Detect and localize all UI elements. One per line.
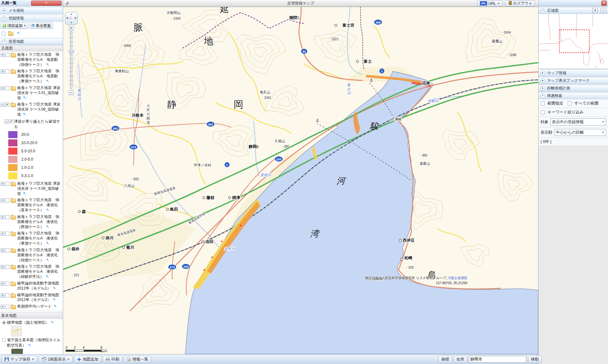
tree-expander-icon[interactable]: − — [4, 119, 9, 124]
zoom-to-layer-icon[interactable]: ↖ — [51, 297, 56, 302]
save-map-button[interactable]: マップ保存 ▼ — [2, 356, 37, 363]
legend-tree-item[interactable]: +確率論的地震動予測地図2012年（モデル2） ↖ — [1, 293, 62, 303]
layer-checkbox[interactable] — [5, 265, 10, 269]
layer-checkbox[interactable] — [5, 53, 10, 57]
zoom-slider-track[interactable] — [70, 31, 72, 89]
legend-sublayer[interactable]: −✓津波が乗り越えたら破堤する — [4, 119, 62, 130]
root-checkbox[interactable] — [2, 32, 6, 36]
basemap-option[interactable]: 電子国土基本図（地理院タイル 航空写真） ↖ — [2, 337, 63, 348]
zoom-to-layer-icon[interactable]: ↖ — [21, 191, 26, 196]
url-button[interactable]: URL URL ▼ — [477, 0, 502, 6]
legend-tree-item[interactable]: −✓南海トラフ巨大地震 津波浸水深 ケース06_堤防破堤 ↖ — [1, 102, 62, 117]
section-map-info[interactable]: マップ情報 — [539, 69, 608, 76]
tree-expander-icon[interactable]: + — [1, 305, 5, 309]
legend-tree-item[interactable]: +南海トラフ巨大地震 強震断層モデルA 液状化（西側ケース） ↖ — [1, 214, 62, 229]
legend-tree-item[interactable]: +南海トラフ巨大地震 強震断層モデルA 地震動（陸側ケース） ↖ — [1, 52, 62, 67]
layer-checkbox[interactable] — [5, 215, 10, 219]
attribution-link[interactable]: ©国土地理院 — [448, 276, 467, 280]
zoom-to-layer-icon[interactable]: ↖ — [44, 208, 49, 212]
layer-checkbox[interactable] — [5, 305, 10, 309]
legend-tree-item[interactable]: +長期間平均ハザード ↖ — [1, 304, 62, 309]
close-icon[interactable]: ✕ — [601, 1, 607, 6]
add-item-button[interactable]: + 項目追加 ▼ — [1, 22, 28, 29]
section-simple-search[interactable]: 簡易検索 — [539, 92, 608, 99]
layer-checkbox[interactable] — [5, 182, 10, 186]
layer-checkbox[interactable] — [5, 248, 10, 252]
zoom-to-layer-icon[interactable]: ↖ — [16, 31, 20, 35]
zoom-to-layer-icon[interactable]: ↖ — [44, 241, 49, 246]
zoom-to-layer-icon[interactable]: ↖ — [21, 96, 26, 100]
layer-checkbox[interactable] — [5, 86, 10, 90]
map-viewport[interactable]: 南部富士宮富士沼津静岡藤枝焼津島田掛川菊川袋井森吉田西伊豆松崎川根本大無間山蕎麦… — [63, 7, 538, 354]
add-map-button[interactable]: 地図追加 — [74, 356, 101, 363]
zoom-to-layer-icon[interactable]: ↖ — [44, 62, 49, 67]
tree-expander-icon[interactable]: + — [1, 282, 5, 286]
zoom-to-layer-icon[interactable]: ↖ — [44, 225, 49, 229]
overview-zoom-in-button[interactable]: + — [592, 8, 598, 13]
zoom-slider-handle[interactable] — [69, 50, 74, 53]
move-button[interactable]: 移動 — [528, 356, 542, 363]
tree-expander-icon[interactable]: + — [1, 215, 5, 219]
topo-map[interactable]: 南部富士宮富士沼津静岡藤枝焼津島田掛川菊川袋井森吉田西伊豆松崎川根本大無間山蕎麦… — [63, 7, 538, 354]
sublayer-checkbox[interactable]: ✓ — [9, 119, 13, 124]
layer-checkbox[interactable] — [5, 282, 10, 286]
close-icon[interactable]: ✕ — [31, 1, 62, 6]
legend-tree-item[interactable]: +確率論的地震動予測地図2012年（モデル1） ↖ — [1, 281, 62, 291]
tree-expander-icon[interactable]: + — [1, 86, 5, 90]
print-button[interactable]: 印刷 — [103, 356, 122, 363]
legend-tree-item[interactable]: +南海トラフ巨大地震 津波浸水深 ケース01_堤防破堤 ↖ — [1, 86, 62, 100]
tree-expander-icon[interactable]: + — [1, 198, 5, 202]
legend-tree-item[interactable]: +南海トラフ巨大地震 強震断層モデルA 液状化（陸側ケース） ↖ — [1, 248, 62, 263]
legend-tree-item[interactable]: +南海トラフ巨大地震 強震断層モデルA 地震動（東側ケース） ↖ — [1, 69, 62, 84]
zoom-to-layer-icon[interactable]: ↖ — [21, 112, 26, 117]
tree-expander-icon[interactable]: + — [1, 248, 5, 252]
range-checkbox[interactable] — [541, 101, 545, 105]
refresh-display-button[interactable]: ⟳ 表示更新 — [29, 22, 53, 29]
layer-checkbox[interactable] — [5, 198, 10, 202]
two-screen-button[interactable]: ★ 2画面表示 ▼ — [39, 356, 73, 363]
zoom-to-layer-icon[interactable]: ↖ — [44, 274, 49, 279]
map-zoom-control[interactable]: ▲ ◀ ▶ ▼ ⌂ + − — [65, 12, 79, 95]
section-measure[interactable]: 距離面積計測 — [539, 85, 608, 92]
tree-expander-icon[interactable]: + — [1, 182, 5, 186]
zoom-to-layer-icon[interactable]: ↖ — [49, 320, 54, 325]
zoom-in-button[interactable]: + — [69, 26, 74, 31]
tree-expander-icon[interactable]: + — [1, 265, 5, 269]
pan-right-icon[interactable]: ▶ — [75, 16, 77, 19]
address-input[interactable] — [469, 356, 526, 363]
basemap-option[interactable]: 標準地図（国土地理院） ↖ — [2, 320, 63, 325]
coords-button[interactable]: 座標 — [438, 356, 452, 363]
tree-expander-icon[interactable]: + — [1, 53, 5, 57]
legend-tree-item[interactable]: +南海トラフ巨大地震 強震断層モデルA 液状化（経験的手法） ↖ — [1, 264, 62, 279]
keyword-checkbox[interactable] — [541, 110, 545, 114]
all-range-checkbox[interactable] — [568, 101, 572, 105]
tree-expander-icon[interactable]: − — [1, 103, 5, 107]
zoom-to-layer-icon[interactable]: ↖ — [44, 258, 49, 262]
zoom-to-layer-icon[interactable]: ↖ — [44, 79, 49, 83]
logout-button[interactable]: ログアウト — [505, 0, 535, 6]
pan-left-icon[interactable]: ◀ — [66, 16, 68, 19]
zoom-out-button[interactable]: − — [69, 90, 74, 95]
zoom-to-layer-icon[interactable]: ↖ — [51, 286, 56, 291]
address-button[interactable]: 住所 — [454, 356, 467, 363]
pan-control[interactable]: ▲ ◀ ▶ ▼ ⌂ — [65, 12, 78, 25]
section-background-map[interactable]: 背景地図 — [0, 38, 63, 45]
home-icon[interactable]: ⌂ — [69, 16, 72, 20]
tree-expander-icon[interactable]: + — [1, 293, 5, 297]
legend-tree-item[interactable]: +南海トラフ巨大地震 強震断層モデルA 液状化（東側ケース） ↖ — [1, 231, 62, 246]
legend-tree-item[interactable]: +南海トラフ巨大地震 強震断層モデルA 液状化（基本ケース） ↖ — [1, 198, 62, 213]
section-memo-draw[interactable]: メモ描画 — [0, 7, 63, 14]
layer-checkbox[interactable] — [5, 232, 10, 236]
basemap-radio[interactable] — [2, 321, 6, 325]
layer-checkbox[interactable] — [5, 293, 10, 297]
overview-map[interactable] — [539, 14, 608, 69]
tree-expander-icon[interactable]: + — [1, 69, 5, 73]
legend-tree-item[interactable]: +南海トラフ巨大地震 津波浸水深 ケース08_堤防破堤 ↖ — [1, 181, 62, 196]
layer-checkbox[interactable]: ✓ — [5, 103, 10, 107]
layer-checkbox[interactable] — [5, 69, 10, 73]
basemap-radio[interactable] — [2, 338, 6, 342]
tree-expander-icon[interactable]: + — [1, 232, 5, 236]
zoom-to-layer-icon[interactable]: ↖ — [26, 343, 31, 348]
target-select[interactable]: 表示中の登録情報 ▼ — [550, 118, 606, 125]
order-select[interactable]: 中心からの距離 ▼ — [554, 129, 606, 136]
